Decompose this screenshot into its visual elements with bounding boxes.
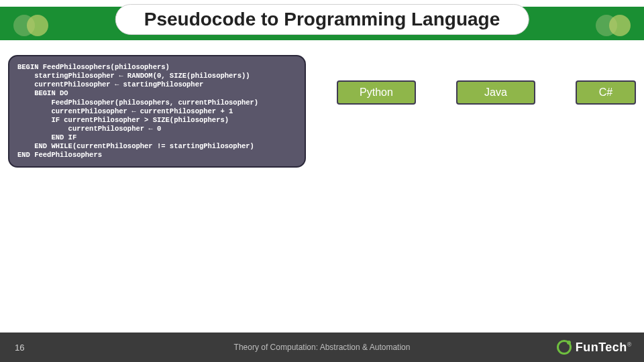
csharp-label: C# — [599, 86, 612, 99]
footer-text: Theory of Computation: Abstraction & Aut… — [234, 343, 411, 352]
title-pill: Pseudocode to Programming Language — [115, 4, 529, 35]
pseudocode-text: BEGIN FeedPhilosophers(philosophers) sta… — [17, 63, 297, 160]
slide-number: 16 — [15, 343, 24, 353]
java-button[interactable]: Java — [456, 80, 535, 105]
python-label: Python — [360, 86, 393, 99]
brand-text: FunTech — [576, 341, 627, 354]
footer-bar: 16 Theory of Computation: Abstraction & … — [0, 333, 644, 362]
python-button[interactable]: Python — [337, 80, 416, 105]
pseudocode-box: BEGIN FeedPhilosophers(philosophers) sta… — [8, 55, 306, 168]
page-title: Pseudocode to Programming Language — [144, 9, 500, 30]
brand-name: FunTech® — [576, 341, 632, 355]
registered-mark: ® — [627, 341, 632, 348]
java-label: Java — [484, 86, 507, 99]
decor-circle — [609, 15, 631, 36]
csharp-button[interactable]: C# — [576, 80, 636, 105]
decor-circle — [27, 15, 48, 36]
brand-logo: FunTech® — [557, 340, 632, 355]
logo-icon — [557, 340, 572, 355]
